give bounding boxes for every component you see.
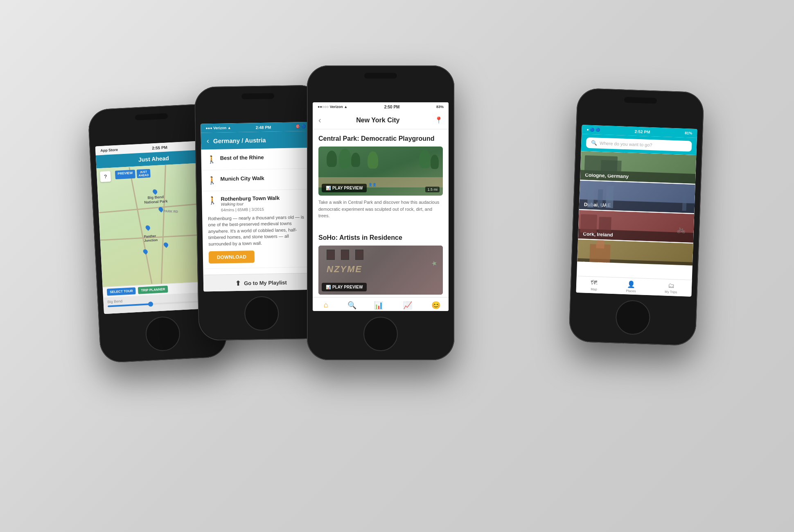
road-label: PARK RD [163,210,178,214]
search-icon: 🔍 [591,140,597,146]
phone-2-screen: ●●● Verizon ▲ 2:48 PM 🎯 🔵 🔋 ‹ Germany / … [201,122,319,292]
timeline-icon: 📈 [403,301,412,310]
nav-library[interactable]: 📊 Library [373,301,384,311]
phone-4-battery: 81% [685,131,692,135]
back-button[interactable]: ‹ [207,137,209,145]
big-bend-label: Big BendNational Park [144,194,168,205]
library-icon: 📊 [374,301,383,310]
phone-3-carrier: ●●○○○ Verizon ▲ [318,105,347,109]
nav-trips[interactable]: 🗂 My Trips [665,282,677,295]
soho-image: NZYME ★ 📊 PLAY PREVIEW [318,246,443,295]
me-icon: 😊 [431,301,440,310]
central-park-title: Central Park: Democratic Playground [318,135,443,142]
nav-map[interactable]: 🗺 Map [591,279,598,292]
walk-icon-rhine: 🚶 [207,155,216,164]
play-icon-soho: 📊 [326,285,331,289]
phone-4-screen: ● 🔵 🔵 2:52 PM 81% 🔍 Where do you want to… [576,125,697,297]
phone-2-time: 2:48 PM [255,125,271,130]
place-cologne-bg: Cologne, Germany [580,151,696,184]
central-park-section: Central Park: Democratic Playground 👤👤 [313,129,449,225]
munich-title: Munich City Walk [220,174,311,182]
select-tour-btn[interactable]: SELECT TOUR [107,287,136,296]
playlist-button[interactable]: ⬆ Go to My Playlist [203,273,319,292]
store-icon: 🔍 [347,301,356,310]
place-nicaragua[interactable]: Granada, Nicaragua [577,239,693,266]
phone-1-carrier: App Store [100,148,118,153]
central-park-desc: Take a walk in Central Park and discover… [318,199,443,219]
phone-1-header-title: Just Ahead [138,155,169,163]
central-park-image: 👤👤 📊 PLAY PREVIEW 1.5 mi [318,147,443,196]
walk-icon-munich: 🚶 [207,176,216,185]
nyc-title: New York City [321,117,435,124]
places-icon: 👤 [627,280,636,289]
germany-content: 🚶 Best of the Rhine 🚶 Munich City Walk 🚶 [201,148,319,292]
place-dubai[interactable]: Dubai, UAE [579,180,695,213]
rhine-title: Best of the Rhine [220,153,311,161]
soho-section: SoHo: Artists in Residence NZYME [313,228,449,298]
preview-button[interactable]: PREVIEW [115,170,135,180]
trips-icon: 🗂 [668,282,674,290]
place-dubai-bg: Dubai, UAE [579,180,695,213]
rothenburg-description: Rothenburg — nearly a thousand years old… [208,214,312,247]
rothenburg-section: 🚶 Rothenburg Town Walk Walking tour 64mi… [202,189,318,269]
rothenburg-meta: 64mins | 65MB | 3/2015 [221,206,312,212]
phone-3-time: 2:50 PM [384,105,400,109]
phone-1-time: 2:55 PM [152,145,167,150]
download-button[interactable]: DOWNLOAD [209,250,255,264]
place-ireland-bg: 🚲 Cork, Ireland [578,210,694,243]
playlist-label: Go to My Playlist [244,280,287,286]
play-preview-central-park[interactable]: 📊 PLAY PREVIEW [322,184,367,192]
nyc-header: ‹ New York City 📍 [313,111,449,129]
phone-3-screen: ●●○○○ Verizon ▲ 2:50 PM 83% ‹ New York C… [313,102,449,311]
phone-4: ● 🔵 🔵 2:52 PM 81% 🔍 Where do you want to… [568,88,704,346]
nav-timeline[interactable]: 📈 Timeline [401,301,415,311]
places-list: Cologne, Germany Dubai, UAE [577,151,696,266]
just-ahead-badge[interactable]: JUSTAHEAD [137,169,151,178]
home-icon: ⌂ [324,301,328,309]
question-icon[interactable]: ? [100,171,111,182]
germany-title: Germany / Austria [213,137,266,144]
location-pin-icon: 📍 [435,116,443,124]
phone-3-battery: 83% [436,105,444,109]
nyc-content[interactable]: Central Park: Democratic Playground 👤👤 [313,129,449,297]
germany-header: ‹ Germany / Austria [201,131,317,150]
nav-me[interactable]: 😊 Me [431,301,440,311]
duration-badge: 1.5 mi [425,187,440,192]
search-placeholder: Where do you want to go? [600,141,652,147]
graffiti-text: NZYME [327,264,362,275]
nyc-bottom-nav: ⌂ Home 🔍 Store 📊 Library 📈 Timeline 😊 [313,297,449,311]
nav-store[interactable]: 🔍 Store [347,301,356,311]
trip-planner-btn[interactable]: TRIP PLANNER [138,286,168,294]
share-icon: ⬆ [235,280,241,287]
list-item-munich[interactable]: 🚶 Munich City Walk [201,169,317,192]
play-preview-soho[interactable]: 📊 PLAY PREVIEW [322,283,367,291]
place-ireland[interactable]: 🚲 Cork, Ireland [578,210,694,243]
map-preview-strip: PREVIEW JUSTAHEAD [115,169,151,180]
junction-label: PantherJunction [144,234,158,243]
nyc-back-button[interactable]: ‹ [318,115,321,125]
map-icon: 🗺 [591,279,598,287]
map-controls: ? [100,171,111,182]
phone-3: ●●○○○ Verizon ▲ 2:50 PM 83% ‹ New York C… [307,65,454,360]
list-item-rhine[interactable]: 🚶 Best of the Rhine [201,148,317,171]
play-icon: 📊 [326,186,331,190]
place-cologne[interactable]: Cologne, Germany [580,151,696,184]
search-input[interactable]: 🔍 Where do you want to go? [586,138,692,152]
phone-4-carrier: ● 🔵 🔵 [586,128,600,132]
phone-4-time: 2:52 PM [634,129,650,134]
nav-places[interactable]: 👤 Places [626,280,636,293]
phone-3-status-bar: ●●○○○ Verizon ▲ 2:50 PM 83% [313,102,449,111]
soho-title: SoHo: Artists in Residence [318,234,443,241]
phone-2-carrier: ●●● Verizon ▲ [205,126,231,130]
nav-home[interactable]: ⌂ Home [321,301,331,311]
phones-container: App Store 2:55 PM 🔋 Just Ahead PARK RD B… [70,41,724,491]
place-nicaragua-bg: Granada, Nicaragua [577,239,693,266]
walk-icon-rothenburg: 🚶 [208,196,217,205]
places-bottom-nav: 🗺 Map 👤 Places 🗂 My Trips [576,276,692,297]
phone-2: ●●● Verizon ▲ 2:48 PM 🎯 🔵 🔋 ‹ Germany / … [194,85,326,340]
